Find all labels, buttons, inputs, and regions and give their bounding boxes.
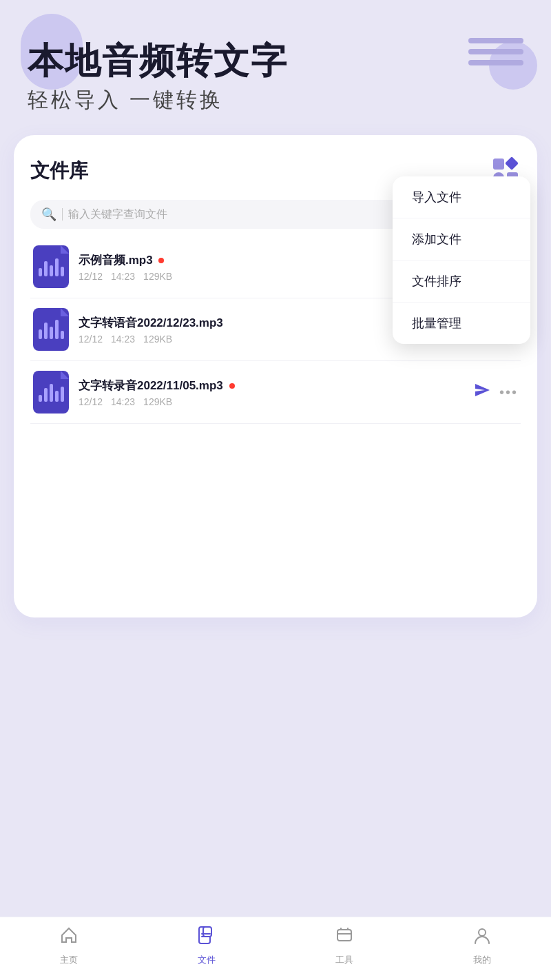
file-icon-nav — [197, 926, 216, 950]
dropdown-item-sort[interactable]: 文件排序 — [393, 261, 530, 303]
nav-item-files[interactable]: 文件 — [138, 926, 276, 966]
file-info-3: 文字转录音2022/11/05.mp3 12/12 14:23 129KB — [79, 378, 473, 407]
tools-icon — [335, 926, 354, 950]
page-title: 本地音频转文字 — [28, 41, 523, 81]
file-meta-3: 12/12 14:23 129KB — [79, 396, 473, 407]
search-divider — [62, 208, 63, 221]
bar — [44, 388, 48, 402]
header: 本地音频转文字 轻松导入 一键转换 — [0, 0, 551, 135]
svg-rect-5 — [203, 927, 211, 937]
nav-label-mine: 我的 — [473, 954, 491, 966]
bar — [44, 323, 48, 339]
user-icon — [472, 926, 492, 950]
nav-label-files: 文件 — [198, 954, 216, 966]
page-subtitle: 轻松导入 一键转换 — [28, 86, 523, 114]
bar — [55, 320, 59, 339]
bar — [55, 391, 59, 402]
dropdown-item-import[interactable]: 导入文件 — [393, 176, 530, 218]
file-actions-3: ••• — [473, 382, 518, 402]
deco-line-3 — [468, 60, 523, 65]
nav-label-home: 主页 — [60, 954, 78, 966]
dropdown-menu: 导入文件 添加文件 文件排序 批量管理 — [393, 176, 530, 344]
audio-bars-1 — [39, 257, 64, 276]
bottom-padding — [0, 617, 551, 686]
bar — [61, 267, 64, 276]
svg-rect-1 — [505, 156, 519, 170]
audio-bars-2 — [39, 320, 64, 339]
deco-lines — [468, 38, 523, 65]
file-item-3[interactable]: 文字转录音2022/11/05.mp3 12/12 14:23 129KB ••… — [30, 361, 521, 424]
send-icon-3[interactable] — [473, 382, 491, 402]
svg-rect-6 — [337, 930, 351, 941]
bottom-nav: 主页 文件 工具 我的 — [0, 917, 551, 980]
red-dot-3 — [229, 383, 235, 389]
file-icon-2 — [33, 308, 69, 351]
nav-item-tools[interactable]: 工具 — [276, 926, 413, 966]
audio-bars-3 — [39, 382, 64, 402]
bar — [55, 258, 59, 276]
bar — [39, 329, 42, 339]
file-icon-1 — [33, 245, 69, 288]
bar — [50, 327, 53, 339]
svg-point-7 — [479, 929, 486, 936]
dropdown-item-add[interactable]: 添加文件 — [393, 218, 530, 261]
search-input-placeholder: 输入关键字查询文件 — [68, 207, 167, 222]
svg-rect-0 — [493, 159, 504, 170]
bar — [50, 265, 53, 276]
bar — [61, 331, 64, 339]
bar — [50, 384, 53, 402]
bar — [39, 268, 42, 276]
red-dot-1 — [158, 258, 164, 263]
dropdown-item-batch[interactable]: 批量管理 — [393, 303, 530, 344]
file-icon-3 — [33, 371, 69, 414]
bar — [44, 261, 48, 276]
search-icon: 🔍 — [41, 207, 56, 222]
deco-line-1 — [468, 38, 523, 43]
bar — [39, 395, 42, 402]
nav-item-mine[interactable]: 我的 — [413, 926, 551, 966]
library-title: 文件库 — [30, 158, 88, 184]
bar — [61, 387, 64, 402]
home-icon — [59, 926, 79, 950]
main-card: 文件库 🔍 输入关键字查询文件 — [14, 135, 537, 617]
nav-label-tools: 工具 — [335, 954, 353, 966]
deco-line-2 — [468, 49, 523, 54]
nav-item-home[interactable]: 主页 — [0, 926, 138, 966]
more-icon-3[interactable]: ••• — [499, 385, 518, 400]
file-name-3: 文字转录音2022/11/05.mp3 — [79, 378, 473, 394]
